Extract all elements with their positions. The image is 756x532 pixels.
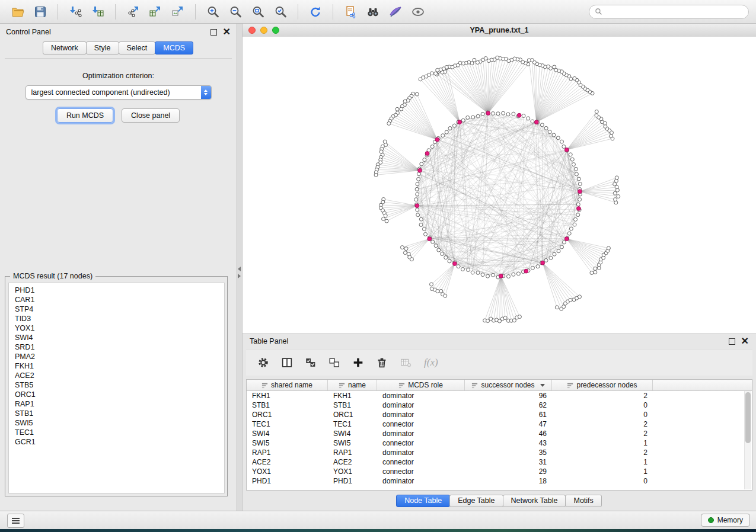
export-table-button[interactable] — [145, 2, 166, 21]
cell-pred[interactable]: 1 — [552, 467, 653, 476]
maximize-window-icon[interactable] — [272, 27, 279, 34]
mcds-result-item[interactable]: TID3 — [9, 314, 224, 323]
cell-name[interactable]: FKH1 — [328, 392, 377, 400]
mcds-result-item[interactable]: SRD1 — [9, 342, 224, 352]
column-header-predecessor-nodes[interactable]: predecessor nodes — [552, 380, 653, 390]
vertical-splitter[interactable] — [237, 24, 243, 511]
cell-shared[interactable]: SWI4 — [247, 430, 328, 438]
mcds-result-item[interactable]: GCR1 — [9, 437, 224, 447]
splitter-arrows-icon[interactable] — [238, 267, 241, 278]
float-panel-icon[interactable] — [210, 29, 217, 36]
zoom-in-button[interactable] — [202, 2, 224, 21]
cell-pred[interactable]: 2 — [552, 392, 653, 400]
table-settings-button[interactable] — [256, 355, 271, 370]
mcds-result-item[interactable]: CAR1 — [9, 295, 224, 305]
cell-pred[interactable]: 2 — [552, 420, 653, 428]
save-session-button[interactable] — [30, 2, 51, 21]
table-row[interactable]: ORC1ORC1dominator610 — [247, 410, 752, 419]
mcds-result-item[interactable]: ACE2 — [9, 371, 224, 380]
cell-role[interactable]: dominator — [377, 392, 465, 400]
cell-role[interactable]: connector — [377, 458, 465, 466]
chevron-down-icon[interactable] — [540, 384, 545, 387]
table-row[interactable]: RAP1RAP1dominator352 — [247, 448, 752, 457]
cell-shared[interactable]: FKH1 — [247, 392, 328, 400]
mcds-result-item[interactable]: STP4 — [9, 305, 224, 314]
column-header-successor-nodes[interactable]: successor nodes — [465, 380, 552, 390]
cell-pred[interactable]: 0 — [552, 411, 653, 419]
cell-succ[interactable]: 47 — [465, 420, 552, 428]
float-table-panel-icon[interactable] — [729, 338, 735, 345]
column-header-shared-name[interactable]: shared name — [247, 380, 328, 390]
mcds-result-item[interactable]: PMA2 — [9, 352, 224, 361]
scrollbar-thumb[interactable] — [745, 392, 751, 443]
cell-pred[interactable]: 1 — [552, 458, 653, 466]
cell-role[interactable]: connector — [377, 420, 465, 428]
cell-succ[interactable]: 31 — [465, 458, 552, 466]
cell-pred[interactable]: 2 — [552, 430, 653, 438]
tab-edge-table[interactable]: Edge Table — [449, 495, 503, 507]
cell-succ[interactable]: 46 — [465, 430, 552, 438]
clone-network-button[interactable] — [340, 2, 361, 21]
mcds-result-item[interactable]: SWI4 — [9, 333, 224, 342]
cell-shared[interactable]: PHD1 — [247, 477, 328, 485]
refresh-button[interactable] — [305, 2, 326, 21]
cell-shared[interactable]: TEC1 — [247, 420, 328, 428]
table-row[interactable]: TEC1TEC1connector472 — [247, 419, 752, 429]
add-column-button[interactable] — [350, 355, 366, 370]
close-window-icon[interactable] — [248, 27, 256, 34]
cell-succ[interactable]: 96 — [465, 392, 552, 400]
cell-succ[interactable]: 61 — [465, 411, 552, 419]
criterion-select[interactable]: largest connected component (undirected) — [25, 85, 212, 100]
table-row[interactable]: SWI5SWI5connector431 — [247, 438, 752, 448]
cell-role[interactable]: dominator — [377, 477, 465, 485]
mcds-result-item[interactable]: PHD1 — [9, 286, 224, 295]
table-row[interactable]: YOX1YOX1connector291 — [247, 467, 752, 476]
cell-pred[interactable]: 2 — [552, 448, 653, 457]
cell-succ[interactable]: 35 — [465, 448, 552, 457]
export-network-button[interactable] — [122, 2, 143, 21]
cell-role[interactable]: connector — [377, 467, 465, 476]
network-graph[interactable] — [243, 37, 756, 334]
tab-mcds[interactable]: MCDS — [155, 41, 193, 55]
close-panel-icon[interactable]: ✕ — [223, 28, 231, 36]
network-window-titlebar[interactable]: YPA_prune.txt_1 — [243, 24, 756, 37]
tab-node-table[interactable]: Node Table — [396, 495, 450, 507]
cell-succ[interactable]: 29 — [465, 467, 552, 476]
tab-style[interactable]: Style — [86, 41, 119, 55]
cell-name[interactable]: TEC1 — [328, 420, 377, 428]
tab-network-table[interactable]: Network Table — [503, 495, 566, 507]
run-mcds-button[interactable]: Run MCDS — [57, 108, 113, 123]
search-network-button[interactable] — [362, 2, 384, 21]
cell-pred[interactable]: 0 — [552, 401, 653, 409]
import-network-button[interactable] — [65, 2, 86, 21]
mcds-result-list[interactable]: PHD1CAR1STP4TID3YOX1SWI4SRD1PMA2FKH1ACE2… — [8, 283, 225, 493]
zoom-selected-button[interactable] — [270, 2, 291, 21]
deselect-all-button[interactable] — [327, 355, 342, 370]
cell-succ[interactable]: 62 — [465, 401, 552, 409]
tab-network[interactable]: Network — [43, 41, 87, 55]
close-panel-button[interactable]: Close panel — [122, 108, 180, 123]
table-row[interactable]: PHD1PHD1dominator180 — [247, 476, 752, 486]
delete-column-button[interactable] — [374, 355, 390, 370]
mcds-result-item[interactable]: FKH1 — [9, 361, 224, 371]
tab-select[interactable]: Select — [119, 41, 156, 55]
cell-pred[interactable]: 1 — [552, 439, 653, 447]
hide-graphics-button[interactable] — [385, 2, 406, 21]
column-header-name[interactable]: name — [328, 380, 377, 390]
zoom-fit-button[interactable] — [247, 2, 269, 21]
cell-shared[interactable]: ORC1 — [247, 411, 328, 419]
minimize-window-icon[interactable] — [260, 27, 267, 34]
cell-succ[interactable]: 43 — [465, 439, 552, 447]
table-row[interactable]: FKH1FKH1dominator962 — [247, 391, 752, 400]
tab-motifs[interactable]: Motifs — [565, 495, 601, 507]
mcds-result-item[interactable]: RAP1 — [9, 399, 224, 409]
select-all-button[interactable] — [303, 355, 318, 370]
cell-name[interactable]: RAP1 — [328, 448, 377, 457]
close-table-panel-icon[interactable]: ✕ — [741, 338, 749, 345]
network-canvas[interactable] — [243, 37, 756, 334]
cell-shared[interactable]: RAP1 — [247, 448, 328, 457]
cell-shared[interactable]: SWI5 — [247, 439, 328, 447]
cell-succ[interactable]: 18 — [465, 477, 552, 485]
open-file-button[interactable] — [7, 2, 28, 21]
cell-name[interactable]: STB1 — [328, 401, 377, 409]
